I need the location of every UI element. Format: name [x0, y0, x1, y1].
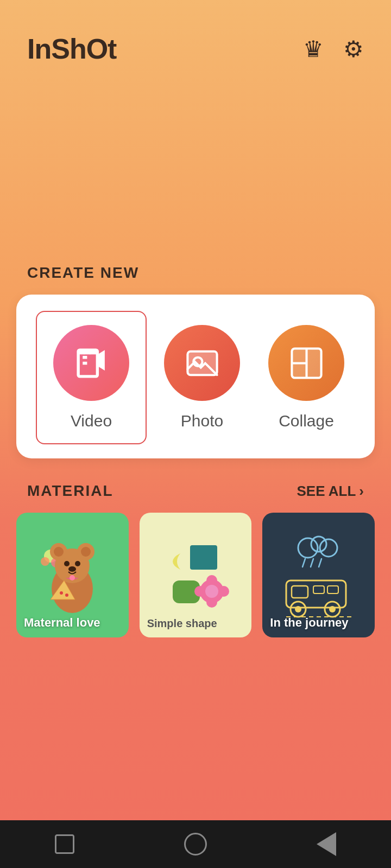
- nav-back[interactable]: [317, 832, 336, 856]
- create-new-card: Video Photo Col: [16, 295, 375, 458]
- simple-shape-label: Simple shape: [147, 617, 244, 630]
- svg-point-30: [194, 586, 205, 597]
- svg-point-27: [206, 575, 217, 586]
- collage-icon: [289, 346, 324, 381]
- photo-label: Photo: [181, 412, 223, 430]
- video-circle: [53, 325, 129, 401]
- svg-point-31: [205, 585, 218, 598]
- home-icon: [184, 833, 207, 856]
- svg-rect-0: [78, 350, 97, 354]
- header-icons: ♛ ⚙: [303, 36, 364, 62]
- collage-label: Collage: [279, 412, 334, 430]
- back-icon: [317, 832, 336, 856]
- maternal-love-label: Maternal love: [24, 616, 121, 630]
- svg-point-19: [75, 561, 80, 566]
- bottom-spacer: [0, 637, 391, 820]
- nav-recent-apps[interactable]: [55, 834, 74, 854]
- create-collage-item[interactable]: Collage: [263, 320, 350, 436]
- svg-point-33: [311, 537, 326, 552]
- header: InShOt ♛ ⚙: [0, 0, 391, 81]
- nav-home[interactable]: [184, 833, 207, 856]
- in-the-journey-label: In the journey: [270, 616, 367, 630]
- simple-shape-svg: [157, 529, 234, 621]
- svg-point-10: [41, 557, 49, 566]
- svg-rect-24: [190, 545, 217, 570]
- svg-line-37: [319, 559, 321, 567]
- main-empty-area: [0, 81, 391, 264]
- create-video-item[interactable]: Video: [36, 311, 147, 444]
- photo-icon: [185, 346, 220, 381]
- svg-point-23: [65, 593, 68, 597]
- svg-point-45: [329, 606, 336, 612]
- svg-point-43: [295, 606, 301, 612]
- svg-point-32: [298, 538, 318, 558]
- bottom-nav: [0, 820, 391, 868]
- journey-svg: [281, 529, 357, 621]
- svg-rect-40: [313, 586, 324, 593]
- svg-point-28: [218, 586, 229, 597]
- svg-point-20: [68, 566, 76, 572]
- collage-circle: [268, 325, 344, 401]
- svg-line-36: [311, 559, 313, 567]
- svg-rect-41: [327, 586, 338, 593]
- svg-point-22: [60, 591, 63, 595]
- svg-point-17: [81, 547, 91, 557]
- svg-rect-39: [292, 586, 308, 598]
- material-card-in-the-journey[interactable]: In the journey: [262, 513, 375, 637]
- material-label: MATERIAL: [27, 482, 113, 500]
- video-icon: [74, 346, 109, 381]
- material-grid: Maternal love: [0, 513, 391, 637]
- crown-icon[interactable]: ♛: [303, 36, 324, 62]
- recent-apps-icon: [55, 834, 74, 854]
- svg-point-29: [206, 597, 217, 608]
- svg-line-35: [302, 559, 305, 567]
- material-header: MATERIAL SEE ALL ›: [0, 458, 391, 513]
- maternal-bear-svg: [34, 529, 110, 621]
- create-new-label: CREATE NEW: [0, 264, 391, 295]
- video-label: Video: [71, 412, 112, 430]
- chevron-right-icon: ›: [359, 483, 364, 500]
- see-all-button[interactable]: SEE ALL ›: [297, 483, 364, 500]
- material-card-simple-shape[interactable]: Simple shape: [140, 513, 252, 637]
- svg-point-21: [70, 575, 75, 580]
- create-photo-item[interactable]: Photo: [159, 320, 245, 436]
- svg-point-18: [64, 561, 70, 566]
- svg-point-16: [54, 547, 64, 557]
- svg-point-34: [320, 539, 337, 557]
- photo-circle: [164, 325, 240, 401]
- material-card-maternal-love[interactable]: Maternal love: [16, 513, 129, 637]
- gear-icon[interactable]: ⚙: [343, 36, 364, 62]
- app-title: InShOt: [27, 33, 116, 65]
